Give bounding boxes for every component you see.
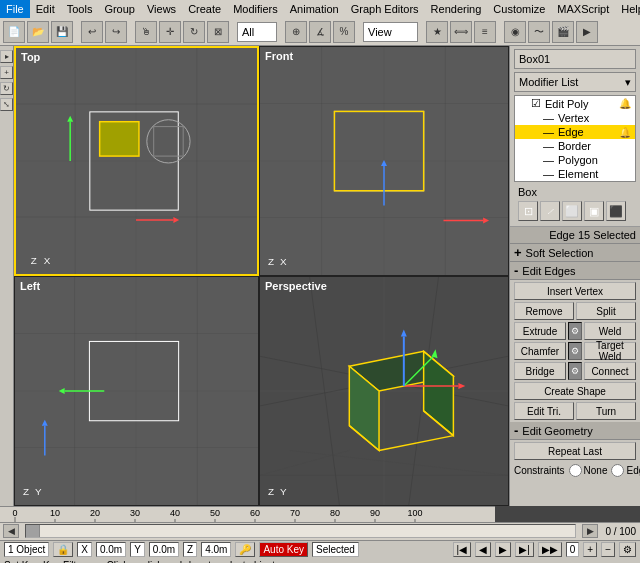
tool-edge[interactable]: ⟋ — [540, 201, 560, 221]
lt-scale[interactable]: ⤡ — [0, 98, 13, 111]
prev-frame-btn2[interactable]: ◀ — [475, 542, 491, 557]
play-btn[interactable]: ▶ — [495, 542, 511, 557]
last-frame-btn[interactable]: ▶▶ — [538, 542, 562, 557]
tb-save[interactable]: 💾 — [51, 21, 73, 43]
turn-btn[interactable]: Turn — [576, 402, 636, 420]
zoom-out-btn[interactable]: − — [601, 542, 615, 557]
menu-tools[interactable]: Tools — [61, 0, 99, 18]
weld-btn[interactable]: Weld — [584, 322, 636, 340]
lt-rotate[interactable]: ↻ — [0, 82, 13, 95]
tb-rotate[interactable]: ↻ — [183, 21, 205, 43]
remove-btn[interactable]: Remove — [514, 302, 574, 320]
timeslider-thumb[interactable] — [26, 525, 40, 537]
key-filters-btn[interactable]: Key Filters... — [43, 560, 99, 563]
x-value-field[interactable]: 0.0m — [96, 542, 126, 557]
tb-material[interactable]: ◉ — [504, 21, 526, 43]
tool-polygon[interactable]: ▣ — [584, 201, 604, 221]
bridge-btn[interactable]: Bridge — [514, 362, 566, 380]
bridge-settings[interactable]: ⚙ — [568, 362, 582, 380]
lock-btn[interactable]: 🔒 — [53, 542, 73, 557]
timeslider[interactable]: ◀ ▶ 0 / 100 — [0, 523, 640, 541]
tool-vertex[interactable]: ⊡ — [518, 201, 538, 221]
menu-create[interactable]: Create — [182, 0, 227, 18]
tb-mirror[interactable]: ⟺ — [450, 21, 472, 43]
tb-named-sel[interactable]: ★ — [426, 21, 448, 43]
chamfer-settings[interactable]: ⚙ — [568, 342, 582, 360]
tool-element[interactable]: ⬛ — [606, 201, 626, 221]
edit-tri-btn[interactable]: Edit Tri. — [514, 402, 574, 420]
next-frame-btn[interactable]: ▶ — [582, 524, 598, 538]
tb-view-dropdown[interactable]: View — [363, 22, 418, 42]
tb-align[interactable]: ≡ — [474, 21, 496, 43]
z-value-field[interactable]: 4.0m — [201, 542, 231, 557]
modifier-element[interactable]: — Element — [515, 167, 635, 181]
constraint-none[interactable]: None — [569, 464, 608, 477]
lt-move[interactable]: + — [0, 66, 13, 79]
tb-select[interactable]: 🖱 — [135, 21, 157, 43]
tb-filter-dropdown[interactable]: All — [237, 22, 277, 42]
timeslider-track[interactable] — [25, 524, 576, 538]
tb-curve[interactable]: 〜 — [528, 21, 550, 43]
tb-scale[interactable]: ⊠ — [207, 21, 229, 43]
svg-text:30: 30 — [130, 508, 140, 518]
menu-group[interactable]: Group — [98, 0, 141, 18]
menu-edit[interactable]: Edit — [30, 0, 61, 18]
tb-open[interactable]: 📂 — [27, 21, 49, 43]
menu-file[interactable]: File — [0, 0, 30, 18]
menu-graph-editors[interactable]: Graph Editors — [345, 0, 425, 18]
insert-vertex-btn[interactable]: Insert Vertex — [514, 282, 636, 300]
prev-frame-btn[interactable]: ◀ — [3, 524, 19, 538]
connect-btn[interactable]: Connect — [584, 362, 636, 380]
tool-border[interactable]: ⬜ — [562, 201, 582, 221]
y-value-field[interactable]: 0.0m — [149, 542, 179, 557]
menu-views[interactable]: Views — [141, 0, 182, 18]
split-btn[interactable]: Split — [576, 302, 636, 320]
tb-snap[interactable]: ⊕ — [285, 21, 307, 43]
key-icon[interactable]: 🔑 — [235, 542, 255, 557]
autokey-btn[interactable]: Auto Key — [259, 542, 308, 557]
box-label: Box — [514, 185, 636, 199]
modifier-vertex[interactable]: — Vertex — [515, 111, 635, 125]
menu-maxscript[interactable]: MAXScript — [551, 0, 615, 18]
viewport-top[interactable]: Top — [14, 46, 259, 276]
viewport-left[interactable]: Left Z Y — [14, 276, 259, 506]
create-shape-btn[interactable]: Create Shape — [514, 382, 636, 400]
tb-angle[interactable]: ∡ — [309, 21, 331, 43]
menu-animation[interactable]: Animation — [284, 0, 345, 18]
menu-customize[interactable]: Customize — [487, 0, 551, 18]
edit-edges-header[interactable]: - Edit Edges — [510, 262, 640, 280]
settings-btn[interactable]: ⚙ — [619, 542, 636, 557]
tb-new[interactable]: 📄 — [3, 21, 25, 43]
constraint-edge[interactable]: Edge — [611, 464, 640, 477]
viewport-front[interactable]: Front Z X — [259, 46, 509, 276]
object-name-field[interactable]: Box01 — [514, 49, 636, 69]
prev-key-btn[interactable]: |◀ — [453, 542, 472, 557]
viewport-perspective[interactable]: Perspective — [259, 276, 509, 506]
extrude-btn[interactable]: Extrude — [514, 322, 566, 340]
menu-modifiers[interactable]: Modifiers — [227, 0, 284, 18]
tb-percent[interactable]: % — [333, 21, 355, 43]
modifier-editpoly[interactable]: ☑ Edit Poly 🔔 — [515, 96, 635, 111]
menu-rendering[interactable]: Rendering — [425, 0, 488, 18]
tb-render[interactable]: 🎬 — [552, 21, 574, 43]
modifier-border[interactable]: — Border — [515, 139, 635, 153]
modifier-edge[interactable]: — Edge 🔔 — [515, 125, 635, 139]
tb-redo[interactable]: ↪ — [105, 21, 127, 43]
modifier-list-dropdown[interactable]: Modifier List ▾ — [514, 72, 636, 92]
edit-geometry-header[interactable]: - Edit Geometry — [510, 422, 640, 440]
menu-help[interactable]: Help — [615, 0, 640, 18]
zoom-in-btn[interactable]: + — [583, 542, 597, 557]
chamfer-btn[interactable]: Chamfer — [514, 342, 566, 360]
extrude-settings[interactable]: ⚙ — [568, 322, 582, 340]
soft-selection-header[interactable]: + Soft Selection — [510, 244, 640, 262]
tb-undo[interactable]: ↩ — [81, 21, 103, 43]
set-key-btn[interactable]: Set Key — [4, 560, 39, 563]
tb-render2[interactable]: ▶ — [576, 21, 598, 43]
target-weld-btn[interactable]: Target Weld — [584, 342, 636, 360]
time-field[interactable]: 0 — [566, 542, 580, 557]
lt-select[interactable]: ▸ — [0, 50, 13, 63]
next-frame-btn2[interactable]: ▶| — [515, 542, 534, 557]
repeat-last-btn[interactable]: Repeat Last — [514, 442, 636, 460]
modifier-polygon[interactable]: — Polygon — [515, 153, 635, 167]
tb-move[interactable]: ✛ — [159, 21, 181, 43]
